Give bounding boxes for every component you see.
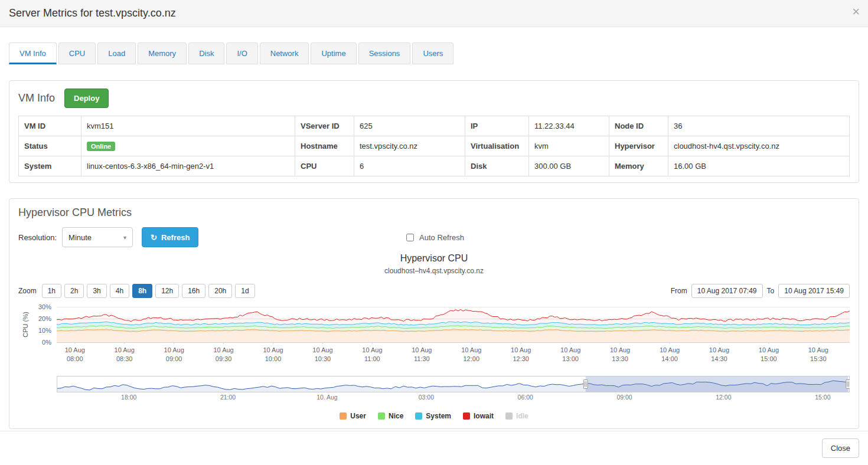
table-row: Status Online Hostname test.vpscity.co.n… xyxy=(19,136,850,156)
zoom-button-8h[interactable]: 8h xyxy=(132,284,152,298)
refresh-button[interactable]: ↻ Refresh xyxy=(142,227,198,247)
cell-value: cloudhost-hv4.qst.vpscity.co.nz xyxy=(668,136,850,156)
cell-value: kvm xyxy=(529,136,609,156)
status-badge: Online xyxy=(87,142,115,151)
tab-network[interactable]: Network xyxy=(260,42,309,64)
legend-item-user[interactable]: User xyxy=(340,412,366,420)
zoom-label: Zoom xyxy=(18,287,37,295)
resolution-select[interactable]: Minute ▾ xyxy=(62,227,133,247)
x-axis-label: 10 Aug10:30 xyxy=(312,346,332,364)
chart-toolbar: Zoom 1h2h3h4h8h12h16h20h1d From 10 Aug 2… xyxy=(18,284,850,298)
chart-navigator[interactable]: 18:0021:0010. Aug03:0006:0009:0012:0015:… xyxy=(57,376,850,402)
tab-users[interactable]: Users xyxy=(412,42,453,64)
legend-item-idle[interactable]: Idle xyxy=(505,412,528,420)
cell-label: Hostname xyxy=(295,136,354,156)
x-axis-label: 10 Aug12:30 xyxy=(511,346,531,364)
cell-label: VServer ID xyxy=(295,116,354,136)
plot-column: 10 Aug08:0010 Aug08:3010 Aug09:0010 Aug0… xyxy=(57,305,850,402)
x-axis-label: 10 Aug15:30 xyxy=(808,346,828,364)
cell-label: VM ID xyxy=(19,116,81,136)
navigator-label: 12:00 xyxy=(716,394,731,401)
x-axis-label: 10 Aug09:00 xyxy=(164,346,184,364)
vm-info-table: VM ID kvm151 VServer ID 625 IP 11.22.33.… xyxy=(18,116,850,176)
navigator-handle-left[interactable] xyxy=(583,380,588,389)
tab-vm-info[interactable]: VM Info xyxy=(9,42,57,64)
zoom-button-12h[interactable]: 12h xyxy=(155,284,179,298)
navigator-label: 10. Aug xyxy=(316,394,338,401)
x-axis-label: 10 Aug15:00 xyxy=(759,346,779,364)
range-to-label: To xyxy=(767,287,775,295)
legend-item-nice[interactable]: Nice xyxy=(378,412,403,420)
modal-footer: Close xyxy=(0,431,868,465)
cell-value: linux-centos-6.3-x86_64-min-gen2-v1 xyxy=(81,156,295,176)
x-axis-label: 10 Aug14:30 xyxy=(709,346,729,364)
y-axis: CPU (%) 30% 20% 10% 0% xyxy=(18,305,57,402)
table-row: System linux-centos-6.3-x86_64-min-gen2-… xyxy=(19,156,850,176)
navigator-label: 21:00 xyxy=(220,394,236,401)
cell-value: Online xyxy=(81,136,295,156)
zoom-button-16h[interactable]: 16h xyxy=(182,284,205,298)
range-inputs: From 10 Aug 2017 07:49 To 10 Aug 2017 15… xyxy=(671,284,850,298)
x-axis-label: 10 Aug13:30 xyxy=(610,346,630,364)
cell-label: Virtualisation xyxy=(465,136,529,156)
x-axis-labels: 10 Aug08:0010 Aug08:3010 Aug09:0010 Aug0… xyxy=(57,346,850,368)
legend-swatch-user xyxy=(340,412,347,420)
auto-refresh-checkbox[interactable] xyxy=(406,234,414,241)
cpu-metrics-title: Hypervisor CPU Metrics xyxy=(18,207,850,219)
zoom-button-1d[interactable]: 1d xyxy=(235,284,254,298)
tab-sessions[interactable]: Sessions xyxy=(358,42,411,64)
cell-label: Disk xyxy=(465,156,529,176)
cell-label: Status xyxy=(19,136,81,156)
tab-i-o[interactable]: I/O xyxy=(226,42,257,64)
cell-label: Node ID xyxy=(609,116,668,136)
auto-refresh-toggle[interactable]: Auto Refresh xyxy=(404,232,464,243)
x-axis-label: 10 Aug08:00 xyxy=(65,346,85,364)
legend-label: System xyxy=(426,412,451,420)
legend-label: Nice xyxy=(389,412,403,420)
legend-label: Iowait xyxy=(474,412,494,420)
zoom-button-2h[interactable]: 2h xyxy=(64,284,84,298)
navigator-label: 15:00 xyxy=(815,394,830,401)
zoom-button-4h[interactable]: 4h xyxy=(110,284,129,298)
range-from-label: From xyxy=(671,287,687,295)
zoom-button-3h[interactable]: 3h xyxy=(87,284,106,298)
tab-load[interactable]: Load xyxy=(97,42,136,64)
tab-cpu[interactable]: CPU xyxy=(58,42,96,64)
tab-bar: VM InfoCPULoadMemoryDiskI/ONetworkUptime… xyxy=(0,42,868,64)
y-tick-label: 10% xyxy=(38,327,51,334)
cell-value: 6 xyxy=(354,156,465,176)
tab-uptime[interactable]: Uptime xyxy=(311,42,356,64)
zoom-button-20h[interactable]: 20h xyxy=(208,284,232,298)
deploy-button[interactable]: Deploy xyxy=(64,89,109,108)
tab-memory[interactable]: Memory xyxy=(138,42,187,64)
tab-disk[interactable]: Disk xyxy=(188,42,224,64)
cpu-chart-plot[interactable] xyxy=(57,305,850,344)
cell-value: 11.22.33.44 xyxy=(529,116,609,136)
range-to-input[interactable]: 10 Aug 2017 15:49 xyxy=(778,284,850,298)
auto-refresh-label: Auto Refresh xyxy=(419,233,464,242)
legend-swatch-iowait xyxy=(463,412,470,420)
x-axis-label: 10 Aug10:00 xyxy=(263,346,283,364)
close-button[interactable]: Close xyxy=(822,438,859,458)
navigator-handle-right[interactable] xyxy=(846,380,850,389)
navigator-label: 06:00 xyxy=(518,394,533,401)
resolution-label: Resolution: xyxy=(18,233,57,242)
y-axis-title: CPU (%) xyxy=(22,312,29,337)
close-icon[interactable]: × xyxy=(852,5,860,18)
modal-title: Server Metrics for test.vpscity.co.nz xyxy=(9,7,176,19)
navigator-selection[interactable] xyxy=(586,376,849,392)
range-from-input[interactable]: 10 Aug 2017 07:49 xyxy=(691,284,763,298)
zoom-button-1h[interactable]: 1h xyxy=(42,284,61,298)
navigator-wrap: 18:0021:0010. Aug03:0006:0009:0012:0015:… xyxy=(57,376,850,402)
resolution-value: Minute xyxy=(68,233,92,242)
cell-label: System xyxy=(19,156,81,176)
x-axis-label: 10 Aug12:00 xyxy=(461,346,481,364)
x-axis-label: 10 Aug11:30 xyxy=(412,346,432,364)
zoom-buttons: 1h2h3h4h8h12h16h20h1d xyxy=(42,284,258,298)
cpu-metrics-panel: Hypervisor CPU Metrics Resolution: Minut… xyxy=(9,198,859,429)
y-tick-label: 30% xyxy=(38,303,51,310)
legend-item-iowait[interactable]: Iowait xyxy=(463,412,494,420)
legend-item-system[interactable]: System xyxy=(415,412,451,420)
legend-swatch-idle xyxy=(505,412,513,420)
chart-area: CPU (%) 30% 20% 10% 0% 10 Aug08:0010 Aug… xyxy=(18,305,850,402)
